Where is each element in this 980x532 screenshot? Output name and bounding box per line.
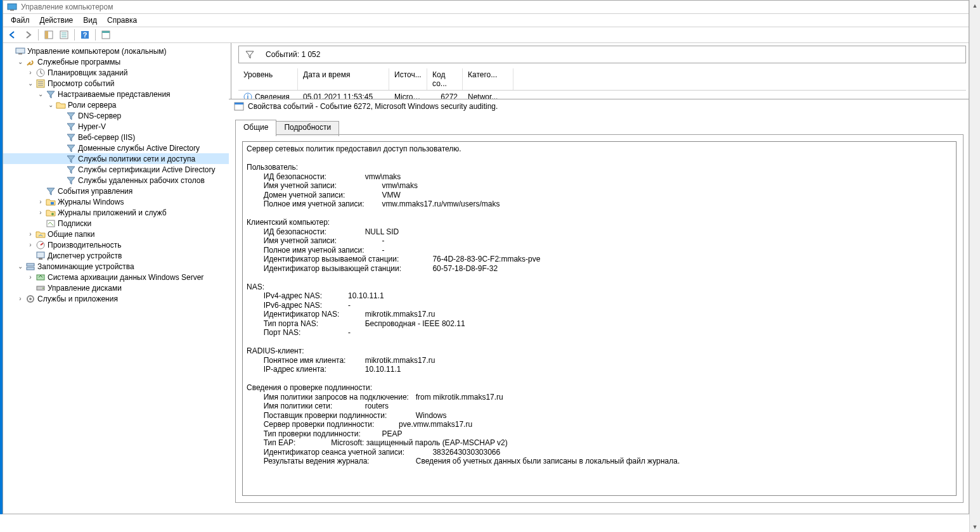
tree-node[interactable]: Службы удаленных рабочих столов <box>3 175 231 186</box>
tree-node[interactable]: DNS-сервер <box>3 110 231 121</box>
svg-rect-1 <box>10 10 14 11</box>
menu-action[interactable]: Действие <box>35 15 79 26</box>
main-window: Управление компьютером Файл Действие Вид… <box>3 0 969 514</box>
collapse-icon[interactable]: ⌄ <box>26 80 35 87</box>
tree-node[interactable]: Диспетчер устройств <box>3 250 231 261</box>
tree-node[interactable]: ›Журналы приложений и служб <box>3 207 231 218</box>
tree-node[interactable]: Hyper-V <box>3 121 231 132</box>
tree-node[interactable]: События управления <box>3 186 231 196</box>
tree-node-label: Настраиваемые представления <box>58 90 171 99</box>
tree-node[interactable]: Управление дисками <box>3 282 231 293</box>
menu-help[interactable]: Справка <box>102 15 142 26</box>
services-icon <box>25 294 35 304</box>
forward-button[interactable] <box>21 28 35 42</box>
svg-rect-0 <box>8 4 16 10</box>
svg-rect-26 <box>27 267 34 270</box>
tree-node[interactable]: ⌄Запоминающие устройства <box>3 261 231 272</box>
tree-node-label: Роли сервера <box>68 101 117 110</box>
expand-icon[interactable]: › <box>26 69 35 76</box>
tree-node[interactable]: Службы сертификации Active Directory <box>3 164 231 175</box>
expand-icon[interactable]: › <box>36 209 45 216</box>
tree-node[interactable]: ›Общие папки <box>3 229 231 239</box>
dialog-titlebar: Свойства событий - Событие 6272, Microso… <box>229 99 969 113</box>
expand-icon[interactable]: › <box>26 241 35 248</box>
tree-node-label: Просмотр событий <box>48 79 114 88</box>
grid-column-header[interactable]: Уровень <box>238 68 298 90</box>
tree-node[interactable]: ⌄Просмотр событий <box>3 78 231 89</box>
view-button[interactable] <box>99 28 113 42</box>
toolbar-separator <box>74 29 75 41</box>
tree-node[interactable]: ›Производительность <box>3 239 231 250</box>
collapse-icon[interactable]: ⌄ <box>16 263 25 270</box>
filter-icon <box>46 89 56 99</box>
tree-node[interactable]: Подписки <box>3 218 231 229</box>
collapse-icon[interactable]: ⌄ <box>46 101 55 108</box>
svg-rect-24 <box>39 258 42 260</box>
scroll-up-icon[interactable]: ▲ <box>970 0 980 11</box>
grid-header[interactable]: УровеньДата и времяИсточ...Код со...Кате… <box>238 68 966 91</box>
nav-tree[interactable]: Управление компьютером (локальным)⌄Служе… <box>3 43 231 514</box>
tree-node[interactable]: ⌄Служебные программы <box>3 56 231 67</box>
collapse-icon[interactable]: ⌄ <box>16 58 25 65</box>
svg-rect-3 <box>45 31 48 39</box>
tree-node[interactable]: ›Службы и приложения <box>3 293 231 304</box>
event-count-label: Событий: 1 052 <box>266 50 320 59</box>
tree-node-label: Производительность <box>48 241 121 250</box>
tab-panel-general: Сервер сетевых политик предоставил досту… <box>235 134 964 503</box>
grid-column-header[interactable]: Дата и время <box>298 68 389 90</box>
filter-icon[interactable] <box>245 50 254 59</box>
subs-icon <box>46 218 56 229</box>
tree-node-label: Журналы приложений и служб <box>58 208 167 217</box>
tree-node-label: Управление дисками <box>48 284 122 293</box>
menubar: Файл Действие Вид Справка <box>3 14 969 27</box>
tree-node[interactable]: Веб-сервер (IIS) <box>3 132 231 142</box>
menu-file[interactable]: Файл <box>6 15 35 26</box>
filter-bar: Событий: 1 052 <box>238 46 966 63</box>
expand-icon[interactable]: › <box>36 198 45 205</box>
tree-node[interactable]: ⌄Настраиваемые представления <box>3 89 231 99</box>
expand-icon[interactable]: › <box>26 274 35 281</box>
clock-icon <box>35 68 46 78</box>
tree-node-label: Общие папки <box>48 230 94 239</box>
tree-node[interactable]: ›Система архивации данных Windows Server <box>3 272 231 282</box>
svg-rect-11 <box>102 31 110 33</box>
menu-view[interactable]: Вид <box>78 15 102 26</box>
help-button[interactable]: ? <box>78 28 92 42</box>
tree-node[interactable]: Управление компьютером (локальным) <box>3 46 231 56</box>
tree-node[interactable]: ⌄Роли сервера <box>3 99 231 110</box>
tree-node-label: Управление компьютером (локальным) <box>27 47 167 56</box>
tree-node[interactable]: ›Журналы Windows <box>3 196 231 207</box>
toolbar-separator <box>95 29 96 41</box>
filter-icon <box>46 186 56 196</box>
titlebar: Управление компьютером <box>3 1 969 14</box>
collapse-icon[interactable]: ⌄ <box>36 91 45 98</box>
tree-node-label: Службы политики сети и доступа <box>78 155 195 163</box>
storage-icon <box>25 262 35 272</box>
event-properties-dialog: Свойства событий - Событие 6272, Microso… <box>229 99 969 514</box>
tree-node[interactable]: Доменные службы Active Directory <box>3 142 231 153</box>
filter-icon <box>66 165 76 175</box>
grid-column-header[interactable]: Код со... <box>427 68 463 90</box>
vertical-scrollbar[interactable]: ▲ ▼ <box>969 0 980 514</box>
svg-rect-19 <box>51 202 54 205</box>
expand-icon[interactable]: › <box>16 295 25 302</box>
grid-column-header[interactable]: Катего... <box>463 68 513 90</box>
show-hide-button[interactable] <box>42 28 56 42</box>
grid-column-header[interactable]: Источ... <box>389 68 427 90</box>
event-grid: УровеньДата и времяИсточ...Код со...Кате… <box>238 68 966 103</box>
tree-node[interactable]: Службы политики сети и доступа <box>3 153 231 164</box>
app-icon <box>7 2 17 12</box>
svg-rect-35 <box>235 103 243 104</box>
back-button[interactable] <box>6 28 20 42</box>
tree-node-label: Службы и приложения <box>37 294 118 303</box>
svg-text:?: ? <box>83 31 87 39</box>
tree-node-label: DNS-сервер <box>78 111 121 120</box>
event-detail-text[interactable]: Сервер сетевых политик предоставил досту… <box>242 141 957 496</box>
tab-general[interactable]: Общие <box>235 120 276 135</box>
dialog-icon <box>234 101 244 111</box>
expand-icon[interactable]: › <box>26 231 35 238</box>
computer-icon <box>15 46 25 56</box>
filter-icon <box>66 132 76 142</box>
properties-button[interactable] <box>57 28 71 42</box>
tree-node[interactable]: ›Планировщик заданий <box>3 67 231 78</box>
